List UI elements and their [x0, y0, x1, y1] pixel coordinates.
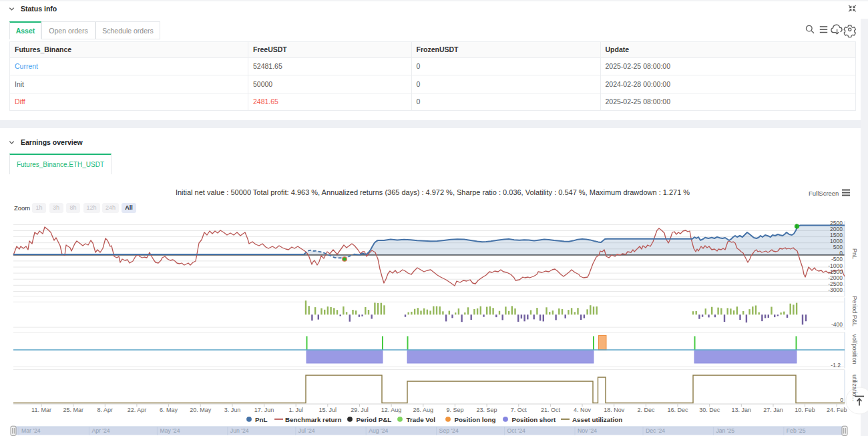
svg-text:Position short: Position short	[512, 416, 557, 423]
svg-text:PnL: PnL	[851, 248, 858, 259]
svg-text:-3000: -3000	[828, 286, 843, 293]
svg-text:15. Jul: 15. Jul	[319, 407, 337, 413]
svg-text:6. May: 6. May	[160, 407, 178, 413]
svg-text:-1.2: -1.2	[831, 362, 841, 369]
svg-text:Position long: Position long	[455, 416, 496, 423]
svg-text:17. Jun: 17. Jun	[254, 407, 274, 413]
svg-text:Asset utilization: Asset utilization	[572, 416, 622, 423]
svg-text:26. Aug: 26. Aug	[413, 407, 434, 413]
svg-text:Jul '24: Jul '24	[298, 427, 315, 434]
svg-text:0: 0	[840, 397, 843, 403]
svg-text:1. Jul: 1. Jul	[288, 407, 303, 413]
svg-text:Apr '24: Apr '24	[91, 427, 110, 434]
svg-text:8. Apr: 8. Apr	[97, 407, 114, 413]
svg-text:May '24: May '24	[160, 427, 180, 434]
svg-text:-400: -400	[831, 321, 843, 328]
svg-text:Trade Vol: Trade Vol	[407, 416, 436, 423]
svg-text:Oct '24: Oct '24	[507, 427, 525, 434]
svg-text:4. Nov: 4. Nov	[574, 407, 592, 413]
svg-text:10. Feb: 10. Feb	[795, 407, 815, 413]
svg-text:vol/position: vol/position	[851, 334, 858, 364]
svg-text:PnL: PnL	[255, 416, 268, 423]
svg-text:16. Dec: 16. Dec	[667, 407, 688, 413]
svg-text:2. Dec: 2. Dec	[637, 407, 655, 413]
svg-text:23. Sep: 23. Sep	[477, 407, 497, 413]
svg-text:18. Nov: 18. Nov	[604, 407, 625, 413]
svg-text:29. Jul: 29. Jul	[351, 407, 369, 413]
svg-text:27. Jan: 27. Jan	[763, 407, 783, 413]
svg-text:12. Aug: 12. Aug	[381, 407, 402, 413]
svg-text:Period P&L: Period P&L	[851, 296, 858, 326]
svg-text:Jan '25: Jan '25	[716, 427, 734, 434]
svg-text:Period P&L: Period P&L	[357, 416, 392, 423]
svg-text:utilizatio...: utilizatio...	[851, 375, 858, 401]
svg-text:Sep '24: Sep '24	[439, 427, 459, 434]
svg-text:9. Sep: 9. Sep	[446, 407, 463, 413]
svg-text:24. Feb: 24. Feb	[827, 407, 847, 413]
svg-text:13. Jan: 13. Jan	[732, 407, 752, 413]
svg-text:Benchmark return: Benchmark return	[285, 416, 341, 423]
svg-text:25. Mar: 25. Mar	[63, 407, 83, 413]
svg-text:21. Oct: 21. Oct	[541, 407, 561, 413]
svg-text:22. Apr: 22. Apr	[128, 407, 147, 413]
svg-text:3. Jun: 3. Jun	[224, 407, 241, 413]
svg-text:Jun '24: Jun '24	[230, 427, 249, 434]
svg-text:Mar '24: Mar '24	[21, 427, 41, 434]
svg-text:11. Mar: 11. Mar	[31, 407, 51, 413]
svg-text:Nov '24: Nov '24	[578, 427, 597, 434]
svg-text:20. May: 20. May	[190, 407, 212, 413]
svg-text:7. Oct: 7. Oct	[511, 407, 527, 413]
svg-text:30. Dec: 30. Dec	[699, 407, 720, 413]
svg-text:Feb '25: Feb '25	[787, 427, 806, 434]
svg-text:Dec '24: Dec '24	[646, 427, 665, 434]
svg-text:Aug '24: Aug '24	[369, 427, 388, 434]
